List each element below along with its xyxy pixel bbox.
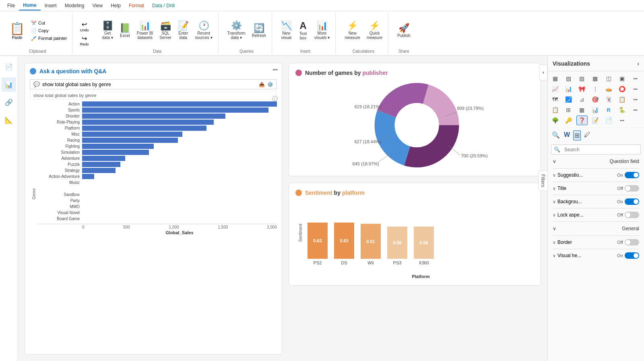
model-view-icon[interactable]: 🔗	[2, 95, 16, 109]
viz-table[interactable]: 📋	[549, 105, 561, 115]
general-section[interactable]: ∨ General	[548, 223, 644, 234]
menu-view[interactable]: View	[88, 1, 107, 10]
viz-funnel[interactable]: ⊿	[576, 95, 588, 104]
menu-insert[interactable]: Insert	[41, 1, 61, 10]
viz-format-icon[interactable]: 🖊	[583, 130, 591, 140]
border-toggle[interactable]: Off	[617, 239, 639, 245]
filters-tab[interactable]: Filters	[538, 170, 547, 191]
suggestions-toggle-track[interactable]	[625, 172, 639, 178]
cut-button[interactable]: ✂️ Cut	[29, 20, 69, 27]
menu-file[interactable]: File	[3, 1, 19, 10]
viz-100-bar-h[interactable]: ▣	[616, 74, 627, 83]
menu-help[interactable]: Help	[107, 1, 125, 10]
dax-icon[interactable]: 📐	[2, 113, 16, 127]
new-visual-button[interactable]: 📉 Newvisual	[279, 20, 294, 41]
power-bi-button[interactable]: 📊 Power BIdatasets	[134, 20, 156, 41]
viz-more-3[interactable]: •••	[630, 95, 641, 104]
viz-r-visual[interactable]: R	[603, 105, 614, 115]
get-data-button[interactable]: 🗄️ Getdata ▾	[100, 20, 116, 41]
viz-paginated[interactable]: 📄	[603, 116, 614, 125]
qa-settings-icon[interactable]: ⚙️	[267, 82, 273, 87]
bar[interactable]	[82, 174, 94, 179]
more-visuals-button[interactable]: 📊 Morevisuals ▾	[312, 20, 332, 41]
copy-button[interactable]: 📄 Copy	[29, 27, 69, 34]
viz-waterfall[interactable]: 📊	[590, 105, 601, 115]
viz-ribbon[interactable]: 🎀	[576, 84, 588, 94]
bar[interactable]	[82, 168, 116, 173]
menu-home[interactable]: Home	[19, 1, 40, 10]
viz-more-1[interactable]: •••	[630, 74, 641, 83]
qa-input[interactable]	[42, 82, 259, 87]
bar[interactable]	[82, 107, 268, 113]
title-toggle[interactable]: Off	[617, 185, 639, 192]
viz-grouped-bar-h[interactable]: ◫	[603, 74, 614, 83]
undo-button[interactable]: ↩ Undo	[77, 20, 92, 33]
sql-button[interactable]: 🗃️ SQLServer	[157, 20, 173, 41]
lock-aspect-toggle-track[interactable]	[625, 212, 639, 218]
recent-sources-button[interactable]: 🕐 Recentsources ▾	[193, 20, 215, 41]
border-toggle-track[interactable]	[625, 239, 639, 245]
text-box-button[interactable]: A Textbox	[296, 19, 310, 42]
sentiment-bar[interactable]: 0.56	[387, 227, 407, 259]
viz-area[interactable]: 📊	[563, 84, 574, 94]
search-input[interactable]	[563, 145, 640, 154]
qa-suggestion[interactable]: show total global sales by genre	[30, 91, 277, 100]
viz-word-icon[interactable]: W	[563, 130, 571, 140]
viz-more-5[interactable]: •••	[616, 116, 627, 125]
transform-data-button[interactable]: ⚙️ Transformdata ▾	[225, 20, 248, 41]
quick-measure-button[interactable]: ⚡ Quickmeasure	[364, 20, 385, 41]
menu-modeling[interactable]: Modeling	[61, 1, 89, 10]
qa-share-icon[interactable]: 📤	[259, 82, 265, 87]
viz-pie[interactable]: 🥧	[603, 84, 614, 94]
suggestions-toggle[interactable]: On	[617, 172, 639, 178]
question-field-section[interactable]: ∨ Question field	[548, 156, 644, 167]
viz-grouped-bar[interactable]: ▧	[563, 74, 574, 83]
bar[interactable]	[82, 156, 125, 161]
bar[interactable]	[82, 101, 277, 107]
publish-button[interactable]: 🚀 Publish	[395, 22, 413, 39]
viz-100-bar[interactable]: ▨	[576, 74, 588, 83]
viz-python[interactable]: 🐍	[616, 105, 627, 115]
bar[interactable]	[82, 113, 225, 119]
bar[interactable]	[82, 162, 120, 167]
viz-donut[interactable]: ⭕	[616, 84, 627, 94]
viz-more-2[interactable]: •••	[630, 84, 641, 94]
redo-button[interactable]: ↪ Redo	[77, 34, 92, 47]
visual-header-toggle[interactable]: On	[617, 252, 639, 259]
viz-stacked-bar[interactable]: ▦	[549, 74, 561, 83]
bar[interactable]	[82, 144, 154, 149]
enter-data-button[interactable]: 📝 Enterdata	[175, 20, 191, 41]
qa-menu-button[interactable]: •••	[272, 67, 278, 73]
bar[interactable]	[82, 150, 149, 155]
background-toggle[interactable]: On	[617, 198, 639, 205]
viz-filled-map[interactable]: 🗾	[563, 95, 574, 104]
background-toggle-track[interactable]	[625, 198, 639, 205]
viz-matrix[interactable]: ⊞	[563, 105, 574, 115]
sentiment-bar[interactable]: 0.63	[334, 223, 354, 259]
viz-card[interactable]: 🃏	[603, 95, 614, 104]
sentiment-bar[interactable]: 0.63	[308, 223, 328, 259]
report-view-icon[interactable]: 📄	[2, 60, 16, 74]
viz-panel-collapse[interactable]: ›	[637, 60, 639, 67]
viz-grid-icon[interactable]: ⊞	[573, 130, 581, 140]
viz-scatter[interactable]: ⋮	[590, 84, 601, 94]
paste-button[interactable]: 📋 Paste	[6, 20, 28, 41]
viz-search-icon[interactable]: 🔍	[551, 130, 561, 140]
sentiment-bar[interactable]: 0.61	[361, 224, 381, 259]
bar[interactable]	[82, 138, 178, 143]
menu-format[interactable]: Format	[125, 1, 148, 10]
lock-aspect-toggle[interactable]: Off	[617, 212, 639, 218]
menu-data-drill[interactable]: Data / Drill	[148, 1, 179, 10]
viz-decomp[interactable]: 🌳	[549, 116, 561, 125]
viz-smart-narrative[interactable]: 📝	[590, 116, 601, 125]
viz-kpi[interactable]: 📋	[616, 95, 627, 104]
viz-more-4[interactable]: •••	[630, 105, 641, 115]
format-painter-button[interactable]: 🖌️ Format painter	[29, 35, 69, 42]
bar[interactable]	[82, 132, 182, 137]
data-view-icon[interactable]: 📊	[2, 77, 16, 92]
expand-panel-button[interactable]: ‹	[539, 64, 547, 80]
title-toggle-track[interactable]	[625, 185, 639, 192]
viz-stacked-bar-h[interactable]: ▩	[590, 74, 601, 83]
viz-line[interactable]: 📈	[549, 84, 561, 94]
viz-gauge[interactable]: 🎯	[590, 95, 601, 104]
